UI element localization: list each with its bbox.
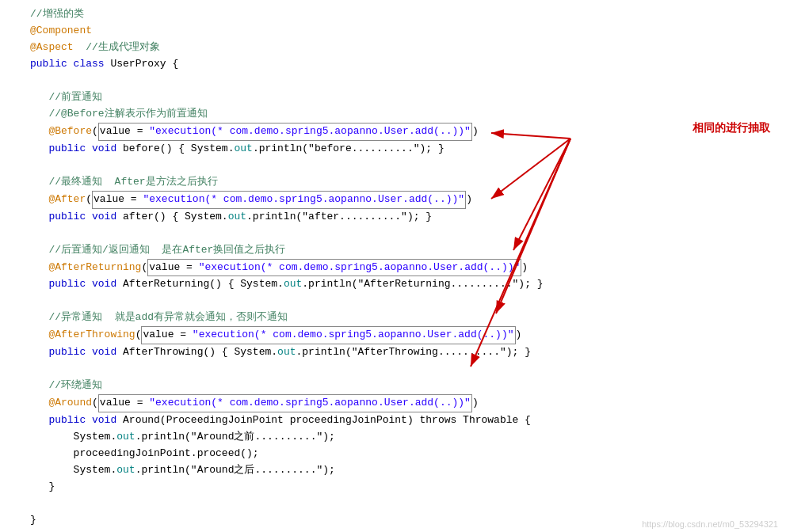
code-line: public void before() { System.out.printl… (6, 141, 786, 158)
code-token: void (92, 344, 123, 361)
code-line (6, 361, 786, 378)
code-token: .println("Around之后.........."); (135, 462, 335, 479)
code-token: //环绕通知 (30, 378, 102, 394)
code-token: //增强的类 (30, 6, 84, 23)
code-token: Around(ProceedingJoinPoint proceedingJoi… (123, 412, 531, 429)
code-token: .println("Around之前.........."); (135, 429, 335, 446)
code-token: AfterReturning() { System. (123, 276, 284, 293)
code-area: //增强的类@Component@Aspect //生成代理对象public c… (0, 0, 786, 532)
code-token: ( (135, 327, 142, 344)
annotation-string-value: "execution(* com.demo.spring5.aopanno.Us… (193, 329, 514, 340)
code-token: //异常通知 就是add有异常就会通知，否则不通知 (30, 310, 288, 326)
watermark: https://blog.csdn.net/m0_53294321 (642, 518, 778, 532)
code-token: AfterThrowing() { System. (123, 344, 277, 361)
code-token: .println("AfterReturning.........."); } (302, 276, 543, 293)
code-token: //后置通知/返回通知 是在After换回值之后执行 (30, 242, 285, 259)
code-token: out (234, 141, 252, 158)
code-line: //前置通知 (6, 89, 786, 106)
code-line (6, 226, 786, 242)
code-line: @Before(value = "execution(* com.demo.sp… (6, 123, 786, 141)
annotation-key: value = (100, 125, 149, 137)
code-line: //@Before注解表示作为前置通知 (6, 106, 786, 123)
code-line: public class UserProxy { (6, 56, 786, 73)
annotation-key: value = (93, 193, 143, 205)
code-token: .println("after.........."); } (246, 209, 432, 226)
code-token: public (30, 412, 92, 429)
code-token: //@Before注解表示作为前置通知 (30, 106, 208, 123)
code-token: void (92, 209, 123, 226)
code-token: public (30, 344, 92, 361)
code-line (6, 73, 786, 89)
annotation-string-value: "execution(* com.demo.spring5.aopanno.Us… (199, 261, 521, 273)
annotation-value-boxed: value = "execution(* com.demo.spring5.ao… (92, 191, 466, 209)
code-line: //环绕通知 (6, 378, 786, 394)
code-token: //最终通知 After是方法之后执行 (30, 174, 218, 191)
code-line: //异常通知 就是add有异常就会通知，否则不通知 (6, 310, 786, 326)
code-line: proceedingJoinPoint.proceed(); (6, 446, 786, 462)
code-token: @Around (30, 395, 92, 412)
code-token: ( (141, 260, 147, 276)
code-token: .println("AfterThrowing.........."); } (296, 344, 530, 361)
code-line: @After(value = "execution(* com.demo.spr… (6, 191, 786, 209)
code-line: public void AfterThrowing() { System.out… (6, 344, 786, 361)
annotation-value-boxed: value = "execution(* com.demo.spring5.ao… (98, 123, 472, 141)
annotation-string-value: "execution(* com.demo.spring5.aopanno.Us… (149, 397, 471, 408)
code-token: void (92, 412, 123, 429)
code-token: @Aspect (30, 40, 74, 56)
code-line: @AfterReturning(value = "execution(* com… (6, 259, 786, 277)
annotation-close-paren: ) (516, 327, 522, 344)
code-token: proceedingJoinPoint.proceed(); (30, 446, 259, 462)
annotation-close-paren: ) (466, 192, 472, 208)
code-token: @After (30, 192, 86, 208)
code-token: System. (30, 462, 116, 479)
annotation-string-value: "execution(* com.demo.spring5.aopanno.Us… (149, 125, 471, 137)
code-line: //增强的类 (6, 6, 786, 23)
code-token: out (116, 429, 135, 446)
code-line: System.out.println("Around之前..........")… (6, 429, 786, 446)
code-line: public void Around(ProceedingJoinPoint p… (6, 412, 786, 429)
code-token: @Before (30, 124, 92, 140)
annotation-close-paren: ) (472, 395, 479, 412)
code-token: @Component (30, 23, 92, 40)
code-line: @AfterThrowing(value = "execution(* com.… (6, 326, 786, 344)
annotation-key: value = (143, 329, 192, 340)
code-line: @Around(value = "execution(* com.demo.sp… (6, 394, 786, 412)
code-token: void (92, 141, 123, 158)
code-token: .println("before.........."); } (253, 141, 445, 158)
code-line: } (6, 479, 786, 496)
code-token: ( (92, 395, 98, 412)
annotation-key: value = (100, 397, 149, 408)
code-token: before() { System. (123, 141, 234, 158)
code-token: class (74, 56, 111, 73)
code-line: public void AfterReturning() { System.ou… (6, 276, 786, 293)
code-token: //前置通知 (30, 89, 102, 106)
code-token: } (30, 512, 36, 529)
annotation-value-boxed: value = "execution(* com.demo.spring5.ao… (98, 394, 472, 412)
code-token: ( (92, 124, 98, 140)
annotation-value-boxed: value = "execution(* com.demo.spring5.ao… (141, 326, 515, 344)
annotation-label: 相同的进行抽取 (693, 121, 770, 134)
code-token: //生成代理对象 (74, 40, 160, 56)
code-token: public (30, 276, 92, 293)
code-token: out (277, 344, 296, 361)
annotation-area: 相同的进行抽取 (693, 119, 770, 138)
code-token: out (116, 462, 135, 479)
code-line: //最终通知 After是方法之后执行 (6, 174, 786, 191)
code-token: @AfterReturning (30, 260, 141, 276)
code-token: ( (86, 192, 92, 208)
code-token: @AfterThrowing (30, 327, 135, 344)
annotation-key: value = (149, 261, 198, 273)
annotation-close-paren: ) (521, 260, 528, 276)
annotation-string-value: "execution(* com.demo.spring5.aopanno.Us… (143, 193, 464, 205)
code-line: @Component (6, 23, 786, 40)
code-line (6, 293, 786, 310)
code-line (6, 496, 786, 512)
code-token: out (228, 209, 246, 226)
code-line: public void after() { System.out.println… (6, 209, 786, 226)
annotation-value-boxed: value = "execution(* com.demo.spring5.ao… (147, 259, 521, 277)
code-token: void (92, 276, 123, 293)
code-token: public (30, 56, 74, 73)
code-token: UserProxy { (110, 56, 178, 73)
code-token: after() { System. (123, 209, 228, 226)
code-token: System. (30, 429, 116, 446)
